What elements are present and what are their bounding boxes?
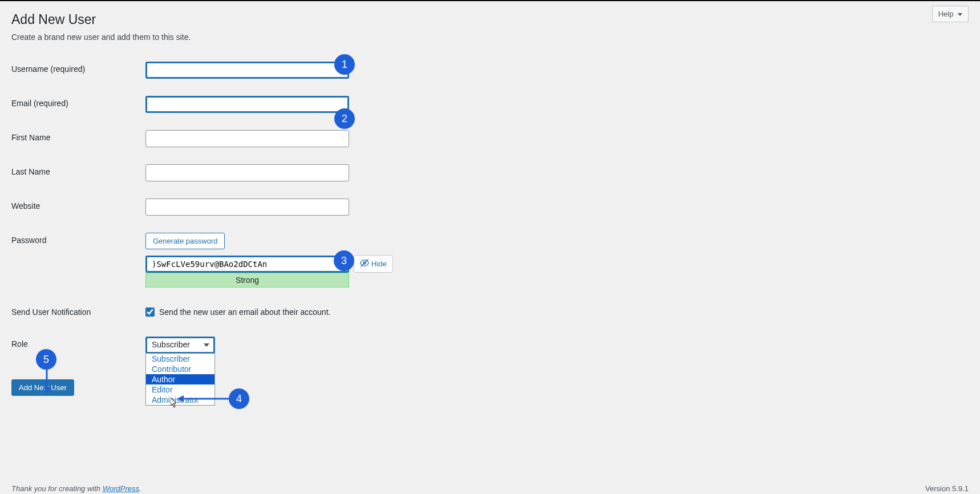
last-name-input[interactable]: [145, 164, 349, 181]
notification-label: Send User Notification: [11, 296, 140, 328]
help-button[interactable]: Help: [932, 6, 969, 22]
eye-slash-icon: [360, 258, 369, 269]
annotation-badge-3: 3: [334, 250, 354, 271]
help-label: Help: [938, 10, 954, 18]
password-strength-meter: Strong: [145, 273, 349, 288]
role-option-subscriber[interactable]: Subscriber: [146, 354, 214, 364]
role-label: Role: [11, 328, 140, 362]
first-name-label: First Name: [11, 122, 140, 156]
annotation-badge-4: 4: [229, 388, 249, 409]
annotation-badge-5: 5: [36, 349, 56, 370]
email-label: Email (required): [11, 87, 140, 122]
annotation-arrow-5: [42, 370, 52, 394]
generate-password-button[interactable]: Generate password: [145, 233, 225, 249]
window-top-border: [0, 0, 980, 1]
notification-checkbox-label: Send the new user an email about their a…: [159, 307, 330, 317]
website-input[interactable]: [145, 199, 349, 216]
password-label: Password: [11, 224, 140, 296]
footer-credits: Thank you for creating with WordPress.: [11, 484, 141, 493]
page-title: Add New User: [11, 7, 969, 30]
hide-label: Hide: [371, 260, 387, 268]
password-input[interactable]: [145, 256, 349, 273]
svg-line-1: [361, 259, 368, 266]
send-notification-checkbox[interactable]: [145, 307, 155, 317]
first-name-input[interactable]: [145, 130, 349, 147]
annotation-badge-1: 1: [334, 54, 355, 75]
username-label: Username (required): [11, 53, 140, 87]
cursor-icon: [171, 398, 179, 410]
username-input[interactable]: [145, 62, 349, 79]
annotation-badge-2: 2: [334, 108, 355, 129]
role-select[interactable]: Subscriber: [145, 337, 215, 354]
dropdown-arrow-icon: [958, 13, 962, 16]
page-description: Create a brand new user and add them to …: [11, 33, 969, 42]
svg-marker-5: [43, 387, 50, 394]
hide-password-button[interactable]: Hide: [354, 255, 393, 273]
last-name-label: Last Name: [11, 156, 140, 190]
website-label: Website: [11, 190, 140, 224]
wordpress-link[interactable]: WordPress: [103, 484, 139, 493]
email-input[interactable]: [145, 96, 349, 113]
annotation-arrow-4: [177, 394, 231, 404]
role-option-author[interactable]: Author: [146, 374, 214, 384]
role-option-contributor[interactable]: Contributor: [146, 364, 214, 374]
version-text: Version 5.9.1: [925, 484, 969, 493]
